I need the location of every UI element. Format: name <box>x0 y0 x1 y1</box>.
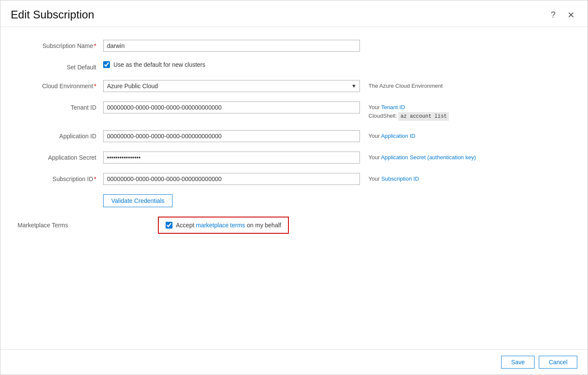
subscription-id-control <box>103 173 360 185</box>
dialog-body: Subscription Name* Set Default Use as th… <box>0 27 588 349</box>
application-secret-link[interactable]: Application Secret (authentication key) <box>381 154 476 161</box>
set-default-control: Use as the default for new clusters <box>103 61 360 68</box>
cloud-environment-hint: The Azure Cloud Environment <box>368 80 442 90</box>
tenant-id-hint-prefix: Your <box>368 104 381 110</box>
marketplace-terms-link[interactable]: marketplace terms <box>196 222 245 229</box>
tenant-id-hint: Your Tenant ID CloudShell: az account li… <box>368 101 449 121</box>
cloud-environment-select[interactable]: Azure Public Cloud Azure China Cloud Azu… <box>103 80 360 92</box>
application-id-hint: Your Application ID <box>368 130 415 140</box>
cloudshell-code: az account list <box>398 112 449 121</box>
tenant-id-input[interactable] <box>103 101 360 113</box>
dialog-title: Edit Subscription <box>11 8 94 21</box>
application-secret-control <box>103 152 360 164</box>
marketplace-terms-row: Marketplace Terms Accept marketplace ter… <box>18 217 570 234</box>
subscription-id-link[interactable]: Subscription ID <box>381 176 419 182</box>
cloud-environment-select-wrapper: Azure Public Cloud Azure China Cloud Azu… <box>103 80 360 92</box>
set-default-checkbox[interactable] <box>103 61 110 68</box>
set-default-row: Set Default Use as the default for new c… <box>18 61 570 71</box>
dialog-header: Edit Subscription ? ✕ <box>0 0 588 27</box>
marketplace-text-suffix: on my behalf <box>245 222 281 229</box>
header-icons: ? ✕ <box>548 9 577 21</box>
subscription-id-row: Subscription ID* Your Subscription ID <box>18 173 570 185</box>
set-default-checkbox-label: Use as the default for new clusters <box>113 61 205 68</box>
set-default-checkbox-row: Use as the default for new clusters <box>103 61 360 68</box>
application-id-label: Application ID <box>18 130 103 140</box>
subscription-id-hint: Your Subscription ID <box>368 173 419 183</box>
cloud-environment-row: Cloud Environment* Azure Public Cloud Az… <box>18 80 570 92</box>
subscription-id-label: Subscription ID* <box>18 173 103 182</box>
marketplace-terms-checkbox[interactable] <box>166 222 172 229</box>
cloudshell-prefix: CloudShell: <box>368 113 398 119</box>
subscription-name-row: Subscription Name* <box>18 40 570 52</box>
required-star: * <box>94 42 96 49</box>
dialog-footer: Save Cancel <box>0 349 588 375</box>
validate-credentials-spacer <box>18 194 103 197</box>
application-secret-input[interactable] <box>103 152 360 164</box>
sub-id-hint-prefix: Your <box>368 176 381 182</box>
marketplace-terms-text: Accept marketplace terms on my behalf <box>176 222 281 229</box>
application-secret-row: Application Secret Your Application Secr… <box>18 152 570 164</box>
tenant-id-row: Tenant ID Your Tenant ID CloudShell: az … <box>18 101 570 121</box>
subscription-name-control <box>103 40 360 52</box>
cloud-environment-label: Cloud Environment* <box>18 80 103 89</box>
marketplace-text-prefix: Accept <box>176 222 196 229</box>
sub-id-required-star: * <box>94 176 96 182</box>
app-id-hint-prefix: Your <box>368 133 381 139</box>
edit-subscription-dialog: Edit Subscription ? ✕ Subscription Name*… <box>0 0 588 375</box>
validate-credentials-row: Validate Credentials <box>18 194 570 207</box>
cancel-button[interactable]: Cancel <box>539 356 577 369</box>
cloud-env-required-star: * <box>94 83 96 89</box>
subscription-id-input[interactable] <box>103 173 360 185</box>
tenant-id-label: Tenant ID <box>18 101 103 111</box>
subscription-name-input[interactable] <box>103 40 360 52</box>
subscription-name-label: Subscription Name* <box>18 40 103 49</box>
application-id-control <box>103 130 360 142</box>
validate-credentials-control: Validate Credentials <box>103 194 360 207</box>
cloud-environment-control: Azure Public Cloud Azure China Cloud Azu… <box>103 80 360 92</box>
app-secret-hint-prefix: Your <box>368 154 381 161</box>
validate-credentials-button[interactable]: Validate Credentials <box>103 194 172 207</box>
application-secret-label: Application Secret <box>18 152 103 161</box>
marketplace-terms-section: Accept marketplace terms on my behalf <box>158 217 289 234</box>
application-secret-hint: Your Application Secret (authentication … <box>368 152 476 162</box>
help-button[interactable]: ? <box>548 9 558 21</box>
application-id-input[interactable] <box>103 130 360 142</box>
application-id-row: Application ID Your Application ID <box>18 130 570 142</box>
set-default-label: Set Default <box>18 61 103 71</box>
close-button[interactable]: ✕ <box>565 9 577 21</box>
save-button[interactable]: Save <box>501 356 535 369</box>
application-id-link[interactable]: Application ID <box>381 133 415 139</box>
tenant-id-control <box>103 101 360 113</box>
marketplace-terms-label: Marketplace Terms <box>18 222 68 229</box>
tenant-id-link[interactable]: Tenant ID <box>381 104 405 110</box>
